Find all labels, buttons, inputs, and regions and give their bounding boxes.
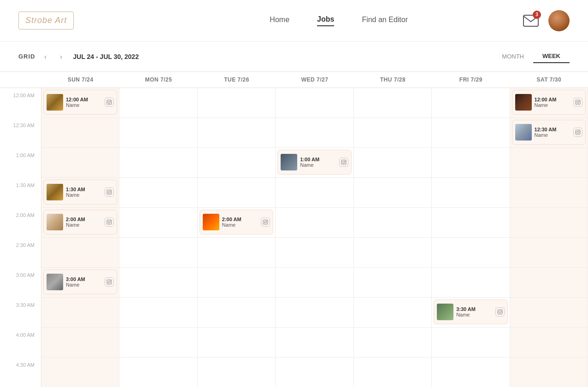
- cal-cell-day3-slot4[interactable]: [276, 208, 353, 238]
- cal-cell-day5-slot7[interactable]: 3:30 AMName: [432, 298, 510, 328]
- instagram-icon[interactable]: [495, 307, 505, 317]
- cal-cell-day3-slot5[interactable]: [276, 238, 353, 268]
- cal-cell-day2-slot4[interactable]: 2:00 AMName: [198, 208, 276, 238]
- event-card[interactable]: 2:00 AMName: [43, 210, 117, 235]
- event-card[interactable]: 2:00 AMName: [200, 210, 273, 235]
- cal-cell-day0-slot7[interactable]: [41, 298, 119, 328]
- instagram-icon[interactable]: [105, 188, 114, 197]
- instagram-icon[interactable]: [573, 128, 582, 137]
- instagram-icon[interactable]: [573, 98, 582, 107]
- instagram-icon[interactable]: [105, 98, 114, 107]
- cal-cell-day1-slot8[interactable]: [119, 328, 197, 358]
- cal-cell-day2-slot6[interactable]: [198, 268, 276, 298]
- cal-cell-day1-slot0[interactable]: [119, 88, 197, 118]
- cal-cell-day4-slot1[interactable]: [354, 118, 432, 148]
- cal-cell-day1-slot4[interactable]: [119, 208, 197, 238]
- cal-cell-day6-slot6[interactable]: [510, 268, 588, 298]
- cal-cell-day6-slot8[interactable]: [510, 328, 588, 358]
- cal-cell-day1-slot1[interactable]: [119, 118, 197, 148]
- cal-cell-day6-slot1[interactable]: 12:30 AMName: [510, 118, 588, 148]
- cal-cell-day1-slot3[interactable]: [119, 178, 197, 208]
- cal-cell-day3-slot8[interactable]: [276, 328, 353, 358]
- event-card[interactable]: 12:00 AMName: [43, 90, 117, 115]
- cal-cell-day6-slot0[interactable]: 12:00 AMName: [510, 88, 588, 118]
- cal-cell-day6-slot2[interactable]: [510, 148, 588, 178]
- cal-cell-day1-slot9[interactable]: [119, 358, 197, 387]
- cal-cell-day5-slot9[interactable]: [432, 358, 510, 387]
- cal-cell-day0-slot6[interactable]: 3:00 AMName: [41, 268, 119, 298]
- cal-cell-day6-slot5[interactable]: [510, 238, 588, 268]
- cal-cell-day2-slot1[interactable]: [198, 118, 276, 148]
- cal-cell-day3-slot9[interactable]: [276, 358, 353, 387]
- cal-cell-day0-slot4[interactable]: 2:00 AMName: [41, 208, 119, 238]
- cal-cell-day4-slot3[interactable]: [354, 178, 432, 208]
- cal-cell-day4-slot5[interactable]: [354, 238, 432, 268]
- cal-cell-day0-slot8[interactable]: [41, 328, 119, 358]
- cal-cell-day3-slot6[interactable]: [276, 268, 353, 298]
- cal-cell-day1-slot5[interactable]: [119, 238, 197, 268]
- cal-cell-day4-slot2[interactable]: [354, 148, 432, 178]
- cal-cell-day3-slot0[interactable]: [276, 88, 353, 118]
- user-avatar[interactable]: [548, 10, 570, 31]
- cal-cell-day0-slot0[interactable]: 12:00 AMName: [41, 88, 119, 118]
- cal-cell-day5-slot8[interactable]: [432, 328, 510, 358]
- event-card[interactable]: 12:30 AMName: [512, 120, 586, 145]
- cal-cell-day4-slot9[interactable]: [354, 358, 432, 387]
- cal-cell-day0-slot5[interactable]: [41, 238, 119, 268]
- logo[interactable]: Strobe Art: [18, 12, 74, 29]
- cal-cell-day2-slot7[interactable]: [198, 298, 276, 328]
- instagram-icon[interactable]: [261, 217, 270, 227]
- cal-cell-day2-slot0[interactable]: [198, 88, 276, 118]
- cal-cell-day0-slot2[interactable]: [41, 148, 119, 178]
- cal-cell-day2-slot8[interactable]: [198, 328, 276, 358]
- nav-find-editor[interactable]: Find an Editor: [362, 16, 408, 26]
- cal-cell-day3-slot3[interactable]: [276, 178, 353, 208]
- cal-cell-day6-slot7[interactable]: [510, 298, 588, 328]
- cal-cell-day2-slot9[interactable]: [198, 358, 276, 387]
- header-left: Strobe Art: [18, 12, 74, 29]
- prev-arrow[interactable]: ‹: [40, 51, 51, 62]
- event-card[interactable]: 3:30 AMName: [434, 299, 507, 324]
- cal-cell-day4-slot7[interactable]: [354, 298, 432, 328]
- instagram-icon[interactable]: [339, 158, 348, 167]
- cal-cell-day2-slot3[interactable]: [198, 178, 276, 208]
- mail-button[interactable]: 3: [521, 11, 541, 31]
- cal-cell-day4-slot6[interactable]: [354, 268, 432, 298]
- week-view-button[interactable]: WEEK: [533, 50, 570, 63]
- cal-cell-day5-slot0[interactable]: [432, 88, 510, 118]
- event-card[interactable]: 1:00 AMName: [277, 150, 351, 175]
- cal-cell-day5-slot2[interactable]: [432, 148, 510, 178]
- cal-cell-day3-slot1[interactable]: [276, 118, 353, 148]
- event-info: 12:00 AMName: [66, 97, 102, 108]
- cal-cell-day3-slot2[interactable]: 1:00 AMName: [276, 148, 353, 178]
- cal-cell-day4-slot0[interactable]: [354, 88, 432, 118]
- cal-cell-day3-slot7[interactable]: [276, 298, 353, 328]
- cal-cell-day2-slot2[interactable]: [198, 148, 276, 178]
- nav-jobs[interactable]: Jobs: [317, 15, 334, 26]
- instagram-icon[interactable]: [105, 217, 114, 227]
- event-card[interactable]: 3:00 AMName: [43, 270, 117, 294]
- cal-cell-day0-slot1[interactable]: [41, 118, 119, 148]
- cal-cell-day5-slot5[interactable]: [432, 238, 510, 268]
- cal-cell-day0-slot9[interactable]: [41, 358, 119, 387]
- cal-cell-day2-slot5[interactable]: [198, 238, 276, 268]
- next-arrow[interactable]: ›: [56, 51, 67, 62]
- cal-cell-day4-slot8[interactable]: [354, 328, 432, 358]
- cal-cell-day6-slot4[interactable]: [510, 208, 588, 238]
- cal-cell-day1-slot7[interactable]: [119, 298, 197, 328]
- instagram-icon[interactable]: [105, 277, 114, 287]
- cal-cell-day5-slot6[interactable]: [432, 268, 510, 298]
- event-card[interactable]: 12:00 AMName: [512, 90, 586, 115]
- cal-cell-day5-slot4[interactable]: [432, 208, 510, 238]
- nav-home[interactable]: Home: [270, 16, 289, 26]
- cal-cell-day1-slot6[interactable]: [119, 268, 197, 298]
- cal-cell-day6-slot9[interactable]: [510, 358, 588, 387]
- cal-cell-day5-slot1[interactable]: [432, 118, 510, 148]
- cal-cell-day5-slot3[interactable]: [432, 178, 510, 208]
- cal-cell-day0-slot3[interactable]: 1:30 AMName: [41, 178, 119, 208]
- cal-cell-day4-slot4[interactable]: [354, 208, 432, 238]
- cal-cell-day6-slot3[interactable]: [510, 178, 588, 208]
- month-view-button[interactable]: MONTH: [493, 50, 533, 63]
- cal-cell-day1-slot2[interactable]: [119, 148, 197, 178]
- event-card[interactable]: 1:30 AMName: [43, 180, 117, 205]
